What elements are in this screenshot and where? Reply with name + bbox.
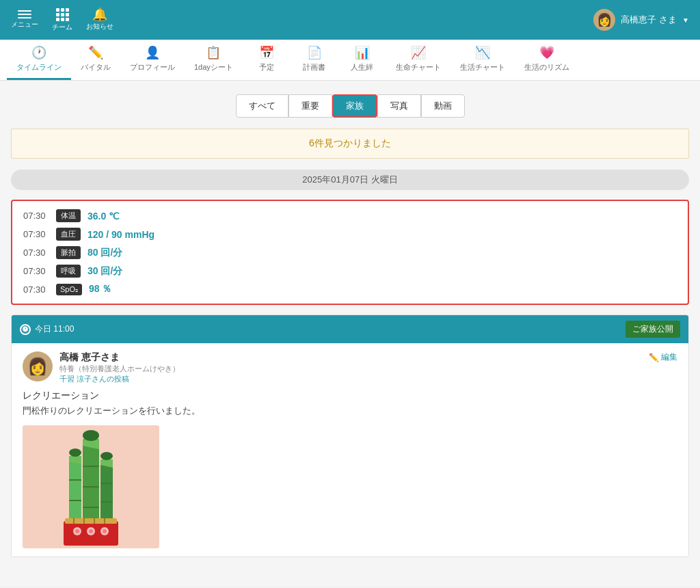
date-text: 2025年01月07日 火曜日 (302, 174, 397, 185)
clock-icon: 🕐 (31, 45, 46, 60)
tab-life-label: 人生絆 (351, 62, 373, 72)
edit-label: 編集 (661, 351, 677, 363)
filter-all[interactable]: すべて (236, 94, 288, 118)
activity-icon: 📉 (475, 45, 490, 60)
filter-important[interactable]: 重要 (288, 94, 332, 118)
vitals-card: 07:30 体温 36.0 ℃ 07:30 血圧 120 / 90 mmHg 0… (11, 200, 689, 305)
tab-life-chart2[interactable]: 📉 生活チャート (450, 40, 515, 80)
svg-rect-1 (83, 439, 99, 521)
vital-label-bp: 血圧 (56, 228, 81, 241)
tab-timeline[interactable]: 🕐 タイムライン (7, 40, 71, 80)
svg-point-14 (83, 430, 99, 441)
vital-time-3: 07:30 (23, 248, 49, 258)
vital-row-bp: 07:30 血圧 120 / 90 mmHg (23, 228, 677, 241)
vital-value-resp: 30 回/分 (88, 265, 122, 278)
heart-icon: 💗 (539, 45, 554, 60)
hamburger-icon (18, 10, 31, 18)
user-name: 高橋恵子 さま (621, 14, 677, 26)
filter-video[interactable]: 動画 (421, 94, 465, 118)
vital-value-pulse: 80 回/分 (88, 247, 122, 259)
edit-button[interactable]: ✏️ 編集 (649, 351, 677, 363)
result-count-text: 6件見つかりました (309, 137, 391, 148)
post-header-left: 🕐 今日 11:00 (20, 323, 74, 335)
tab-life[interactable]: 📊 人生絆 (338, 40, 386, 80)
post-author-info: 高橋 恵子さま 特養（特別養護老人ホームけやき） 千習 涼子さんの投稿 (59, 351, 642, 384)
filter-family[interactable]: 家族 (332, 94, 377, 118)
vital-label-resp: 呼吸 (56, 265, 81, 278)
post-by: 千習 涼子さんの投稿 (59, 374, 642, 384)
svg-point-19 (75, 529, 79, 533)
post-avatar: 👩 (23, 351, 53, 382)
date-separator: 2025年01月07日 火曜日 (11, 170, 689, 190)
svg-rect-3 (100, 459, 113, 521)
clock-icon-small: 🕐 (20, 324, 31, 335)
post-facility: 特養（特別養護老人ホームけやき） (59, 364, 642, 374)
team-button[interactable]: チーム (52, 8, 72, 32)
vital-row-pulse: 07:30 脈拍 80 回/分 (23, 246, 677, 259)
post-author-name: 高橋 恵子さま (59, 351, 642, 364)
vital-time-1: 07:30 (23, 211, 49, 221)
tab-life-chart[interactable]: 📈 生命チャート (386, 40, 450, 80)
post-content-title: レクリエーション (23, 390, 677, 402)
tab-vital-label: バイタル (81, 62, 111, 72)
tab-vital[interactable]: ✏️ バイタル (71, 40, 120, 80)
chart-icon: 📈 (411, 45, 426, 60)
vital-value-spo2: 98 ％ (89, 283, 111, 295)
vital-value-temp: 36.0 ℃ (88, 211, 120, 222)
svg-point-21 (89, 529, 93, 533)
tab-plan[interactable]: 📄 計画書 (291, 40, 338, 80)
tab-schedule[interactable]: 📅 予定 (243, 40, 291, 80)
tab-timeline-label: タイムライン (16, 62, 62, 72)
user-menu[interactable]: 👩 高橋恵子 さま ▼ (593, 9, 689, 31)
tab-plan-label: 計画書 (303, 62, 325, 72)
calendar-icon: 📅 (259, 45, 274, 60)
result-banner: 6件見つかりました (11, 129, 689, 159)
profile-icon: 👤 (145, 45, 160, 60)
post-content-body: 門松作りのレクリエーションを行いました。 (23, 405, 677, 417)
vital-row-resp: 07:30 呼吸 30 回/分 (23, 265, 677, 278)
vital-label-temp: 体温 (56, 209, 81, 222)
tab-profile[interactable]: 👤 プロフィール (120, 40, 185, 80)
tab-profile-label: プロフィール (130, 62, 175, 72)
notification-button[interactable]: 🔔 お知らせ (86, 8, 113, 31)
grid-icon (56, 8, 69, 21)
header-nav: メニュー チーム 🔔 お知らせ (11, 8, 113, 32)
user-avatar: 👩 (593, 9, 615, 31)
filter-bar: すべて 重要 家族 写真 動画 (11, 94, 689, 118)
tab-rhythm[interactable]: 💗 生活のリズム (515, 40, 579, 80)
pencil-icon: ✏️ (88, 45, 103, 60)
timeline-post: 🕐 今日 11:00 ご家族公開 👩 高橋 恵子さま 特養（特別養護老人ホームけ… (11, 315, 689, 557)
post-author-row: 👩 高橋 恵子さま 特養（特別養護老人ホームけやき） 千習 涼子さんの投稿 ✏️… (23, 351, 677, 384)
post-header: 🕐 今日 11:00 ご家族公開 (12, 315, 688, 343)
header: メニュー チーム 🔔 お知らせ 👩 高橋恵子 さま ▼ (0, 0, 700, 40)
tab-oneday-label: 1dayシート (194, 62, 233, 72)
vital-time-5: 07:30 (23, 284, 49, 295)
menu-button[interactable]: メニュー (11, 10, 38, 29)
notification-label: お知らせ (86, 22, 113, 31)
post-time: 今日 11:00 (35, 323, 74, 335)
vital-row-spo2: 07:30 SpO₂ 98 ％ (23, 283, 677, 295)
life-icon: 📊 (355, 45, 370, 60)
post-body: 👩 高橋 恵子さま 特養（特別養護老人ホームけやき） 千習 涼子さんの投稿 ✏️… (12, 343, 688, 557)
vital-value-bp: 120 / 90 mmHg (88, 229, 154, 240)
edit-icon: ✏️ (649, 353, 659, 362)
tab-schedule-label: 予定 (259, 62, 274, 72)
kadomatsu-svg (23, 425, 159, 548)
svg-point-15 (69, 449, 81, 457)
svg-rect-24 (65, 518, 117, 524)
filter-photo[interactable]: 写真 (377, 94, 421, 118)
chevron-down-icon: ▼ (682, 16, 689, 24)
tab-life-chart2-label: 生活チャート (460, 62, 505, 72)
vital-time-2: 07:30 (23, 229, 49, 239)
family-public-button[interactable]: ご家族公開 (625, 321, 680, 338)
tab-oneday[interactable]: 📋 1dayシート (185, 40, 243, 80)
tab-rhythm-label: 生活のリズム (524, 62, 569, 72)
team-label: チーム (52, 23, 72, 32)
post-image (23, 425, 159, 548)
svg-rect-2 (69, 456, 81, 521)
vital-label-pulse: 脈拍 (56, 246, 81, 259)
post-content: レクリエーション 門松作りのレクリエーションを行いました。 (23, 390, 677, 417)
vital-time-4: 07:30 (23, 266, 49, 276)
clipboard-icon: 📋 (206, 45, 221, 60)
menu-label: メニュー (11, 20, 38, 29)
